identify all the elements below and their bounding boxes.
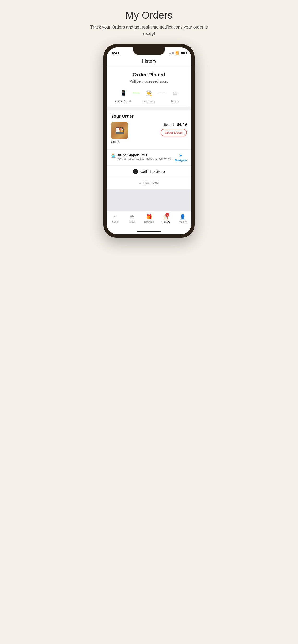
order-status-title: Order Placed [111, 72, 187, 78]
tracker-step-processing: 👨‍🍳 Processing [139, 88, 159, 102]
order-detail-button[interactable]: Order Detail [161, 129, 187, 136]
empty-area [107, 189, 191, 211]
store-address: 10506 Baltimore Ave, Beltsville, MD 2070… [118, 158, 172, 161]
tracker-label-ready: Ready [171, 100, 179, 102]
tracker-label-processing: Processing [142, 100, 156, 102]
scroll-content: Order Placed Will be processed soon. 📱 O… [107, 67, 191, 211]
order-card: Order Placed Will be processed soon. 📱 O… [107, 67, 191, 107]
signal-icon [169, 52, 174, 54]
nav-label-order: Order [129, 220, 135, 223]
nav-label-history: History [162, 221, 170, 223]
tracker-line-1 [133, 93, 139, 94]
nav-item-history[interactable]: 1 📋 History [158, 213, 174, 224]
order-item-wrapper: Steak... [111, 122, 128, 144]
tracker-step-placed: 📱 Order Placed [113, 88, 133, 102]
page-header: My Orders Track your Orders and get real… [89, 10, 209, 37]
nav-item-home[interactable]: ⌂ Home [107, 213, 123, 224]
home-bar [137, 231, 161, 232]
your-order-section: Your Order Steak... Item: 1 $4.49 Order [107, 110, 191, 149]
progress-tracker: 📱 Order Placed 👨‍🍳 Processing 🛎 Ready [111, 88, 187, 102]
processing-icon: 👨‍🍳 [144, 88, 154, 98]
nav-item-rewards[interactable]: 🎁 Rewards [140, 213, 158, 224]
your-order-title: Your Order [111, 114, 187, 119]
nav-item-account[interactable]: 👤 Account [175, 213, 191, 224]
order-nav-icon: 🛎 [130, 214, 135, 220]
order-item-image [111, 122, 128, 139]
order-item-price-row: Item: 1 $4.49 [164, 122, 187, 127]
order-placed-icon: 📱 [118, 88, 128, 98]
divider-1 [111, 107, 187, 107]
navigate-button[interactable]: ➤ Navigate [175, 153, 187, 162]
tracker-line-2 [159, 93, 165, 94]
bottom-nav: ⌂ Home 🛎 Order 🎁 Rewards 1 📋 History 👤 A… [107, 211, 191, 228]
phone-frame: 5:41 📶 History Order Plac [103, 44, 195, 238]
phone-notch [133, 48, 165, 54]
account-nav-icon: 👤 [180, 214, 186, 220]
food-visual [111, 122, 128, 139]
nav-label-home: Home [112, 220, 118, 223]
order-status-subtitle: Will be processed soon. [111, 79, 187, 84]
store-icon: 🏪 [111, 153, 116, 158]
wifi-icon: 📶 [175, 51, 179, 54]
call-phone-icon: 📞 [133, 169, 138, 174]
home-nav-icon: ⌂ [114, 214, 117, 220]
page-subtitle: Track your Orders and get real-time noti… [89, 24, 209, 37]
tracker-label-placed: Order Placed [115, 100, 131, 102]
status-icons: 📶 [169, 51, 186, 54]
chevron-up-icon: ▲ [139, 181, 141, 185]
status-time: 5:41 [112, 51, 119, 55]
battery-icon [180, 52, 186, 54]
nav-label-rewards: Rewards [144, 221, 154, 223]
store-info-row: 🏪 Super Japan, MD 10506 Baltimore Ave, B… [107, 149, 191, 165]
hide-detail-label: Hide Detail [143, 181, 159, 185]
store-details: Super Japan, MD 10506 Baltimore Ave, Bel… [118, 153, 172, 161]
phone-screen: 5:41 📶 History Order Plac [107, 48, 191, 234]
rewards-nav-icon: 🎁 [146, 214, 152, 220]
order-item-count: Item: 1 [164, 123, 175, 126]
page-title: My Orders [89, 10, 209, 21]
navigate-arrow-icon: ➤ [179, 153, 183, 158]
call-store-row[interactable]: 📞 Call The Store [107, 165, 191, 178]
store-info-left: 🏪 Super Japan, MD 10506 Baltimore Ave, B… [111, 153, 172, 161]
order-item-label: Steak... [111, 140, 128, 144]
order-item-price: $4.49 [177, 122, 187, 127]
tracker-step-ready: 🛎 Ready [165, 88, 185, 102]
order-item-row: Steak... Item: 1 $4.49 Order Detail [111, 122, 187, 144]
call-store-label: Call The Store [140, 170, 165, 174]
hide-detail-row[interactable]: ▲ Hide Detail [107, 178, 191, 189]
order-item-details: Item: 1 $4.49 Order Detail [131, 122, 187, 136]
header-title: History [141, 59, 157, 64]
nav-label-account: Account [179, 221, 187, 223]
app-header: History [107, 56, 191, 67]
navigate-label: Navigate [175, 158, 187, 162]
home-indicator [107, 228, 191, 234]
ready-icon: 🛎 [170, 88, 180, 98]
nav-item-order[interactable]: 🛎 Order [123, 213, 140, 224]
store-name: Super Japan, MD [118, 153, 172, 157]
history-nav-badge: 1 [165, 213, 169, 217]
